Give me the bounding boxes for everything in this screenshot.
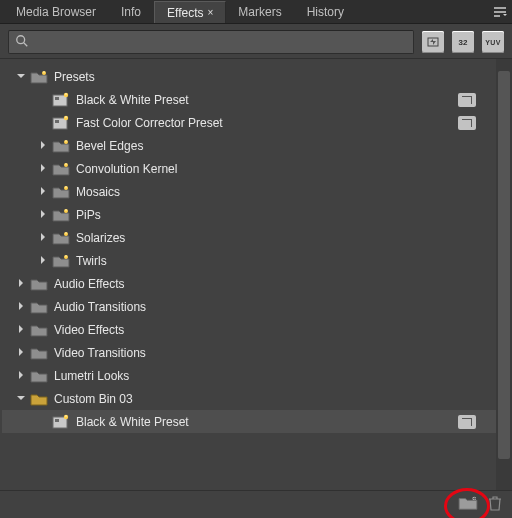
folder-video-effects[interactable]: Video Effects <box>2 318 510 341</box>
svg-line-1 <box>24 42 28 46</box>
chevron-right-icon[interactable] <box>38 209 50 221</box>
item-label: Mosaics <box>76 185 120 199</box>
folder-bevel-edges[interactable]: Bevel Edges <box>2 134 510 157</box>
twisty-spacer <box>38 94 50 106</box>
new-custom-bin-button[interactable] <box>458 495 478 514</box>
item-label: PiPs <box>76 208 101 222</box>
item-label: Twirls <box>76 254 107 268</box>
folder-pips[interactable]: PiPs <box>2 203 510 226</box>
item-label: Black & White Preset <box>76 415 189 429</box>
svg-rect-8 <box>55 120 59 123</box>
folder-icon <box>30 322 48 338</box>
folder-icon <box>52 161 70 177</box>
fx-accelerated-icon <box>458 93 476 107</box>
tab-effects[interactable]: Effects × <box>154 1 226 23</box>
preset-black-white-preset[interactable]: Black & White Preset <box>2 410 510 433</box>
search-icon <box>15 34 29 51</box>
svg-point-0 <box>17 35 25 43</box>
item-label: Fast Color Corrector Preset <box>76 116 223 130</box>
chevron-right-icon[interactable] <box>16 301 28 313</box>
item-label: Video Transitions <box>54 346 146 360</box>
folder-icon <box>30 69 48 85</box>
tab-info[interactable]: Info <box>109 1 154 22</box>
folder-icon <box>52 253 70 269</box>
item-label: Audio Transitions <box>54 300 146 314</box>
folder-presets[interactable]: Presets <box>2 65 510 88</box>
folder-icon <box>30 276 48 292</box>
folder-video-transitions[interactable]: Video Transitions <box>2 341 510 364</box>
fx-32bit-icon[interactable]: 32 <box>452 31 474 53</box>
tab-markers[interactable]: Markers <box>226 1 294 22</box>
panel-tabs: Media Browser Info Effects × Markers His… <box>0 0 512 24</box>
fx-yuv-icon[interactable]: YUV <box>482 31 504 53</box>
effects-tree-container: PresetsBlack & White PresetFast Color Co… <box>0 59 512 490</box>
fx-accelerated-icon[interactable] <box>422 31 444 53</box>
chevron-right-icon[interactable] <box>16 278 28 290</box>
folder-icon <box>52 230 70 246</box>
tab-media-browser[interactable]: Media Browser <box>4 1 109 22</box>
item-label: Black & White Preset <box>76 93 189 107</box>
folder-audio-effects[interactable]: Audio Effects <box>2 272 510 295</box>
folder-icon <box>52 207 70 223</box>
item-label: Convolution Kernel <box>76 162 177 176</box>
chevron-right-icon[interactable] <box>16 347 28 359</box>
folder-icon <box>30 345 48 361</box>
folder-icon <box>30 299 48 315</box>
filter-icons: 32 YUV <box>422 31 504 53</box>
preset-black-white-preset[interactable]: Black & White Preset <box>2 88 510 111</box>
chevron-right-icon[interactable] <box>38 163 50 175</box>
panel-menu-button[interactable] <box>488 2 512 22</box>
folder-custom-bin-03[interactable]: Custom Bin 03 <box>2 387 510 410</box>
folder-twirls[interactable]: Twirls <box>2 249 510 272</box>
scrollbar[interactable] <box>496 59 512 490</box>
close-icon[interactable]: × <box>208 7 214 18</box>
folder-mosaics[interactable]: Mosaics <box>2 180 510 203</box>
preset-icon <box>52 414 70 430</box>
preset-icon <box>52 115 70 131</box>
svg-rect-17 <box>55 419 59 422</box>
svg-rect-5 <box>55 97 59 100</box>
tab-history[interactable]: History <box>295 1 357 22</box>
item-label: Bevel Edges <box>76 139 143 153</box>
item-label: Video Effects <box>54 323 124 337</box>
search-input[interactable] <box>33 35 407 49</box>
search-box[interactable] <box>8 30 414 54</box>
item-label: Presets <box>54 70 95 84</box>
chevron-right-icon[interactable] <box>16 324 28 336</box>
item-label: Lumetri Looks <box>54 369 129 383</box>
chevron-right-icon[interactable] <box>16 370 28 382</box>
folder-icon <box>52 184 70 200</box>
folder-icon <box>52 138 70 154</box>
chevron-down-icon[interactable] <box>16 71 28 83</box>
item-label: Audio Effects <box>54 277 125 291</box>
chevron-right-icon[interactable] <box>38 140 50 152</box>
chevron-right-icon[interactable] <box>38 255 50 267</box>
folder-icon <box>30 368 48 384</box>
item-label: Solarizes <box>76 231 125 245</box>
chevron-right-icon[interactable] <box>38 186 50 198</box>
fx-accelerated-icon <box>458 415 476 429</box>
folder-icon <box>30 391 48 407</box>
item-label: Custom Bin 03 <box>54 392 133 406</box>
fx-accelerated-icon <box>458 116 476 130</box>
folder-convolution-kernel[interactable]: Convolution Kernel <box>2 157 510 180</box>
search-row: 32 YUV <box>0 24 512 59</box>
folder-audio-transitions[interactable]: Audio Transitions <box>2 295 510 318</box>
delete-button[interactable] <box>488 495 502 514</box>
folder-solarizes[interactable]: Solarizes <box>2 226 510 249</box>
panel-footer <box>0 490 512 518</box>
preset-fast-color-corrector-preset[interactable]: Fast Color Corrector Preset <box>2 111 510 134</box>
preset-icon <box>52 92 70 108</box>
chevron-down-icon[interactable] <box>16 393 28 405</box>
effects-tree[interactable]: PresetsBlack & White PresetFast Color Co… <box>0 59 512 463</box>
scrollbar-thumb[interactable] <box>498 71 510 459</box>
chevron-right-icon[interactable] <box>38 232 50 244</box>
twisty-spacer <box>38 416 50 428</box>
folder-lumetri-looks[interactable]: Lumetri Looks <box>2 364 510 387</box>
twisty-spacer <box>38 117 50 129</box>
